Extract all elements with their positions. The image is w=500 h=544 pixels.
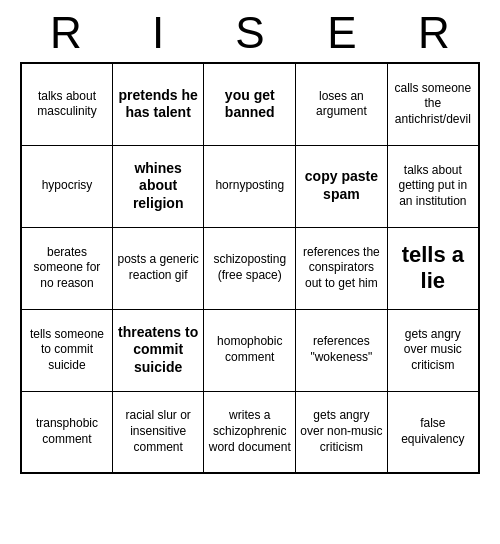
cell-3-4: gets angry over music criticism — [387, 309, 479, 391]
cell-1-3: copy paste spam — [296, 145, 388, 227]
title-letter-s: S — [210, 8, 290, 58]
cell-0-1: pretends he has talent — [112, 63, 203, 145]
cell-1-4: talks about getting put in an institutio… — [387, 145, 479, 227]
bingo-title: R I S E R — [20, 0, 480, 62]
bingo-grid: talks about masculinitypretends he has t… — [20, 62, 480, 474]
cell-0-4: calls someone the antichrist/devil — [387, 63, 479, 145]
cell-2-1: posts a generic reaction gif — [112, 227, 203, 309]
cell-2-2: schizoposting (free space) — [204, 227, 296, 309]
cell-0-2: you get banned — [204, 63, 296, 145]
title-letter-i: I — [118, 8, 198, 58]
cell-2-3: references the conspirators out to get h… — [296, 227, 388, 309]
cell-1-0: hypocrisy — [21, 145, 112, 227]
cell-3-3: references "wokeness" — [296, 309, 388, 391]
cell-2-0: berates someone for no reason — [21, 227, 112, 309]
cell-4-3: gets angry over non-music criticism — [296, 391, 388, 473]
title-letter-r1: R — [26, 8, 106, 58]
title-letter-e: E — [302, 8, 382, 58]
cell-1-2: hornyposting — [204, 145, 296, 227]
cell-0-3: loses an argument — [296, 63, 388, 145]
cell-3-0: tells someone to commit suicide — [21, 309, 112, 391]
cell-2-4: tells a lie — [387, 227, 479, 309]
cell-0-0: talks about masculinity — [21, 63, 112, 145]
cell-4-2: writes a schizophrenic word document — [204, 391, 296, 473]
cell-3-2: homophobic comment — [204, 309, 296, 391]
cell-4-0: transphobic comment — [21, 391, 112, 473]
title-letter-r2: R — [394, 8, 474, 58]
cell-4-4: false equivalency — [387, 391, 479, 473]
cell-3-1: threatens to commit suicide — [112, 309, 203, 391]
cell-1-1: whines about religion — [112, 145, 203, 227]
cell-4-1: racial slur or insensitive comment — [112, 391, 203, 473]
